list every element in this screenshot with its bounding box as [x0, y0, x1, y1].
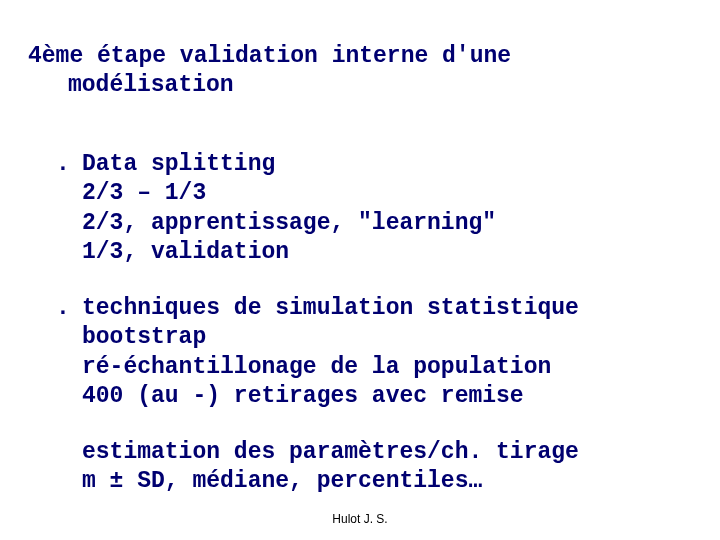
- slide-heading: 4ème étape validation interne d'une modé…: [28, 42, 700, 100]
- list-item-body: techniques de simulation statistique boo…: [82, 294, 700, 497]
- body-blank-line: [82, 412, 700, 438]
- list-item-body: Data splitting 2/3 – 1/3 2/3, apprentiss…: [82, 150, 700, 268]
- bullet-marker: .: [56, 150, 82, 179]
- heading-line-1: 4ème étape validation interne d'une: [28, 43, 511, 69]
- slide: 4ème étape validation interne d'une modé…: [0, 0, 720, 540]
- body-line: bootstrap: [82, 323, 700, 352]
- slide-body: . Data splitting 2/3 – 1/3 2/3, apprenti…: [56, 150, 700, 522]
- body-line: 2/3 – 1/3: [82, 179, 700, 208]
- body-line: 2/3, apprentissage, "learning": [82, 209, 700, 238]
- slide-footer: Hulot J. S.: [0, 512, 720, 526]
- bullet-marker: .: [56, 294, 82, 323]
- body-line: 1/3, validation: [82, 238, 700, 267]
- list-item: . Data splitting 2/3 – 1/3 2/3, apprenti…: [56, 150, 700, 268]
- body-line: 400 (au -) retirages avec remise: [82, 382, 700, 411]
- body-line: m ± SD, médiane, percentiles…: [82, 467, 700, 496]
- body-line: ré-échantillonage de la population: [82, 353, 700, 382]
- body-line: estimation des paramètres/ch. tirage: [82, 438, 700, 467]
- body-line: techniques de simulation statistique: [82, 294, 700, 323]
- body-line: Data splitting: [82, 150, 700, 179]
- list-item: . techniques de simulation statistique b…: [56, 294, 700, 497]
- heading-line-2: modélisation: [28, 72, 234, 98]
